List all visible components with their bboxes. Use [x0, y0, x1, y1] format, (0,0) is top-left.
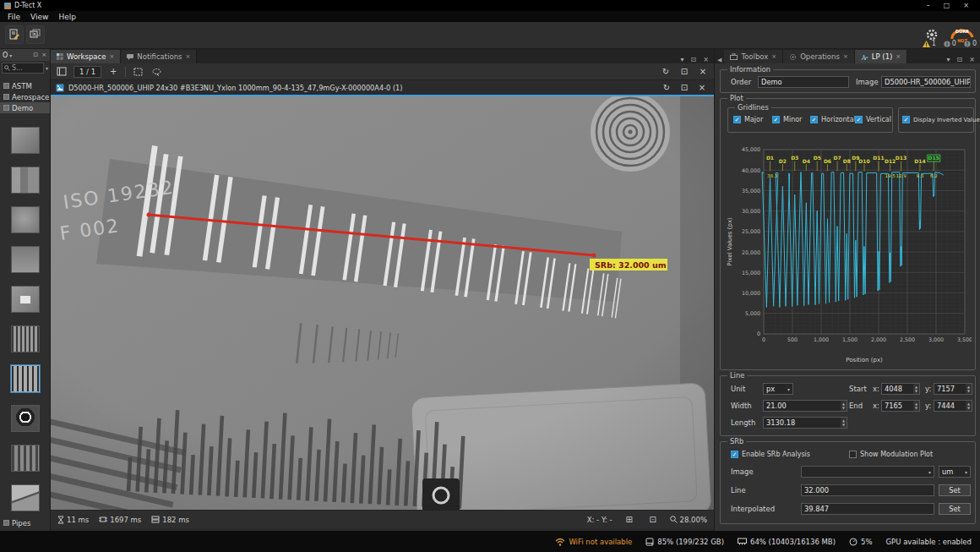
srb-line-set-button[interactable]: Set: [939, 484, 971, 496]
sidebar-item-pipes[interactable]: Pipes: [0, 517, 51, 528]
close-icon[interactable]: ×: [41, 52, 47, 58]
srb-image-select[interactable]: ▾: [801, 466, 934, 478]
menu-help[interactable]: Help: [53, 13, 81, 21]
dock-icon[interactable]: ⊡: [957, 56, 963, 63]
add-button[interactable]: +: [106, 66, 120, 78]
srb-unit-select[interactable]: um▾: [939, 466, 971, 478]
checkbox-major[interactable]: Major: [733, 116, 763, 123]
thumbnail[interactable]: [11, 167, 40, 194]
tab-workspace[interactable]: Workspace×: [51, 50, 121, 63]
unit-select[interactable]: px▾: [763, 383, 793, 395]
thumbnail[interactable]: [11, 405, 40, 432]
dock-icon[interactable]: ⊡: [678, 66, 691, 78]
lasso-select-button[interactable]: [150, 66, 163, 78]
checkbox-vertical[interactable]: Vertical: [855, 116, 891, 123]
chevron-down-icon[interactable]: ▾: [9, 52, 12, 58]
svg-text:2,500: 2,500: [900, 336, 915, 342]
maximize-button[interactable]: □: [944, 2, 950, 9]
minimize-button[interactable]: –: [927, 2, 930, 9]
order-field[interactable]: Demo: [758, 76, 849, 88]
thumbnail[interactable]: [11, 325, 40, 353]
report-button[interactable]: [5, 25, 24, 44]
workspace-panel: Workspace× Notifications× ▾ ⊡ × 1 / 1 +: [51, 49, 714, 531]
close-icon[interactable]: ×: [695, 82, 709, 94]
image-field[interactable]: D5000-HR_500006_UHIP 24x30 #B: [881, 76, 971, 88]
close-icon[interactable]: ×: [696, 66, 710, 78]
checkbox-inverted-values[interactable]: Display Inverted Values: [902, 116, 980, 123]
close-icon[interactable]: ×: [771, 53, 776, 60]
close-icon[interactable]: ×: [109, 53, 114, 60]
dock-icon[interactable]: ⊡: [32, 52, 39, 58]
svg-text:10,000: 10,000: [742, 290, 760, 296]
start-x-stepper[interactable]: 4048▲▼: [881, 383, 920, 395]
memory-icon: [738, 538, 747, 545]
grid-toggle-icon[interactable]: ⊞: [623, 514, 636, 526]
measurement-end-handle[interactable]: [592, 254, 596, 258]
warning-badge[interactable]: 1: [923, 40, 936, 47]
close-icon[interactable]: ×: [186, 53, 191, 60]
menu-view[interactable]: View: [25, 13, 53, 21]
sidebar-item-astm[interactable]: ASTM: [0, 80, 50, 91]
checkbox-show-modulation[interactable]: Show Modulation Plot: [849, 451, 933, 458]
sidebar-item-demo[interactable]: Demo: [0, 102, 50, 113]
end-x-stepper[interactable]: 7165▲▼: [881, 400, 920, 412]
search-input[interactable]: [12, 64, 30, 72]
tab-scroll-left-icon[interactable]: ◀: [715, 57, 724, 63]
alert-badge[interactable]: 0: [964, 40, 977, 47]
close-icon[interactable]: ×: [703, 56, 709, 63]
end-y-stepper[interactable]: 7444▲▼: [934, 400, 972, 412]
srb-interpolated-field[interactable]: 39.847: [801, 503, 934, 515]
checkbox-horizontal[interactable]: Horizontal: [810, 116, 856, 123]
images-button[interactable]: [26, 25, 45, 44]
tab-operations[interactable]: Operations×: [783, 50, 855, 63]
thumbnail[interactable]: [11, 246, 40, 273]
thumbnail[interactable]: [11, 484, 40, 511]
refresh-icon[interactable]: ↻: [660, 82, 673, 94]
zoom-level[interactable]: 28.00%: [670, 516, 707, 524]
svg-text:D4: D4: [803, 158, 810, 164]
start-y-stepper[interactable]: 7157▲▼: [934, 383, 972, 395]
disk-icon: [645, 538, 654, 546]
close-icon[interactable]: ×: [843, 53, 848, 60]
svg-text:D12: D12: [885, 158, 896, 164]
filter-chevron-icon[interactable]: ▾: [46, 65, 48, 71]
report-edit-icon: [8, 29, 20, 41]
thumbnail[interactable]: [11, 206, 40, 233]
refresh-icon[interactable]: ↻: [659, 66, 672, 78]
menu-file[interactable]: File: [3, 13, 25, 21]
dotted-grid-toggle-icon[interactable]: ⊡: [646, 514, 660, 526]
close-button[interactable]: ×: [963, 2, 969, 9]
tab-lp[interactable]: LP (1)×: [855, 50, 907, 63]
sidebar-item-aerospace[interactable]: Aerospace: [0, 91, 50, 102]
length-stepper[interactable]: 3130.18▲▼: [763, 417, 847, 429]
thumbnail[interactable]: [11, 286, 40, 313]
radiograph-viewport[interactable]: ISO 19232 F 002 SRb: 32.000 um: [51, 96, 714, 510]
close-icon[interactable]: ×: [896, 53, 901, 60]
image-tab[interactable]: D5000-HR_500006_UHIP 24x30 #B3E3NU_Yxlon…: [51, 80, 714, 95]
thumbnail[interactable]: [11, 445, 40, 472]
gauge-icon: [849, 538, 858, 546]
tab-toolbox[interactable]: Toolbox×: [724, 50, 783, 63]
rect-select-button[interactable]: [131, 66, 144, 78]
folder-icon: [3, 105, 9, 111]
width-stepper[interactable]: 21.00▲▼: [763, 400, 847, 412]
checkbox-minor[interactable]: Minor: [772, 116, 802, 123]
thumbnail-selected[interactable]: [11, 365, 40, 392]
close-icon[interactable]: ×: [969, 56, 975, 63]
lasso-select-icon: [152, 68, 161, 76]
srb-interpolated-set-button[interactable]: Set: [939, 503, 971, 515]
film-icon[interactable]: [55, 66, 68, 78]
checkbox-enable-srb[interactable]: Enable SRb Analysis: [731, 451, 810, 458]
chevron-down-icon[interactable]: ▾: [681, 56, 684, 63]
srb-line-field[interactable]: 32.000: [801, 484, 934, 496]
measurement-start-handle[interactable]: [147, 213, 151, 217]
info-badge[interactable]: 0: [944, 40, 956, 47]
x-label: x:: [873, 400, 879, 412]
thumbnail[interactable]: [11, 127, 40, 154]
dock-icon[interactable]: ⊡: [691, 56, 697, 63]
checkbox-icon: [733, 116, 741, 123]
chevron-down-icon[interactable]: ▾: [947, 56, 950, 63]
dock-icon[interactable]: ⊡: [678, 82, 691, 94]
tab-notifications[interactable]: Notifications×: [121, 50, 197, 63]
svg-text:Pixel Values (px): Pixel Values (px): [727, 217, 733, 266]
